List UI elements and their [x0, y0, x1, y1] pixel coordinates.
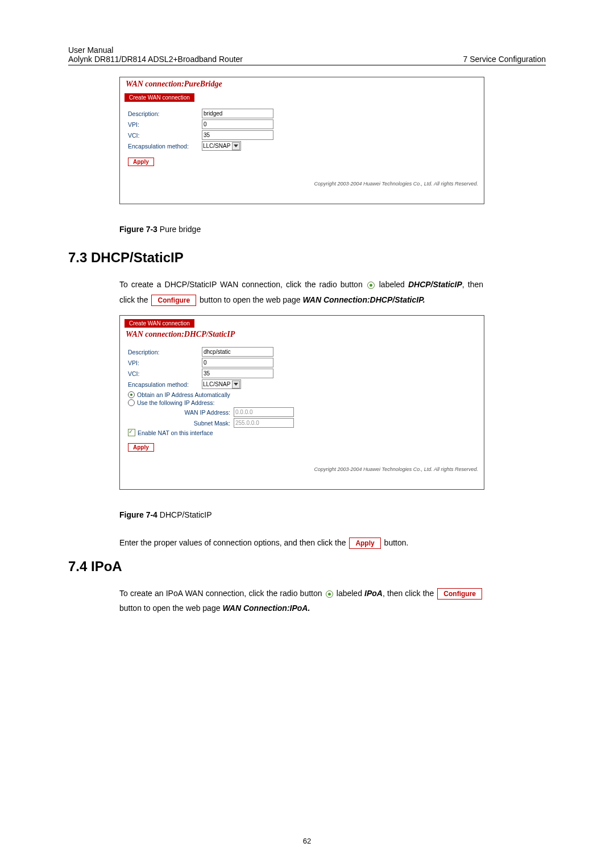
radio-icon — [326, 590, 333, 598]
para74-f: WAN Connection:IPoA. — [222, 604, 310, 613]
para73-c: DHCP/StaticIP — [408, 280, 462, 289]
fig74-description-input[interactable]: dhcp/static — [202, 347, 273, 357]
fig73-vci-label: VCI: — [128, 132, 202, 139]
caption-7-3-figure: Figure 7-3 — [119, 225, 160, 234]
fig74-title: WAN connection:DHCP/StaticIP — [120, 328, 484, 340]
fig73-encap-select[interactable]: LLC/SNAP — [202, 141, 241, 151]
para-7-3: To create a DHCP/StaticIP WAN connection… — [119, 277, 483, 307]
fig74-subnet-label: Subnet Mask: — [128, 420, 234, 427]
fig73-apply-button[interactable]: Apply — [128, 158, 154, 166]
fig73-copyright: Copyright 2003-2004 Huawei Technologies … — [120, 171, 484, 204]
para73-f: WAN Connection:DHCP/StaticIP. — [302, 295, 425, 304]
caption-7-4: Figure 7-4 DHCP/StaticIP — [119, 510, 546, 519]
fig74-usefollowing-radio[interactable] — [128, 399, 135, 406]
fig74-vci-label: VCI: — [128, 370, 202, 377]
fig74-tab[interactable]: Create WAN connection — [125, 319, 194, 328]
para73-a: To create a DHCP/StaticIP WAN connection… — [119, 280, 366, 289]
fig74-encap-value: LLC/SNAP — [203, 381, 230, 387]
header-line1: User Manual — [68, 46, 546, 55]
fig73-tab[interactable]: Create WAN connection — [125, 93, 194, 102]
fig74-enablenat-checkbox[interactable] — [128, 429, 135, 436]
fig74-vpi-label: VPI: — [128, 359, 202, 366]
fig74-vci-input[interactable]: 35 — [202, 369, 273, 378]
para-after-fig74: Enter the proper values of connection op… — [119, 535, 483, 551]
fig73-encap-label: Encapsulation method: — [128, 143, 202, 150]
para-7-4: To create an IPoA WAN connection, click … — [119, 586, 483, 616]
fig74-obtain-radio[interactable] — [128, 391, 135, 398]
caption-7-4-text: DHCP/StaticIP — [160, 510, 212, 519]
para74-b: labeled — [334, 589, 364, 598]
fig74-wanip-label: WAN IP Address: — [128, 409, 234, 416]
page-number: 62 — [0, 837, 614, 845]
para73-b: labeled — [376, 280, 408, 289]
para-after74-a: Enter the proper values of connection op… — [119, 538, 348, 547]
para74-a: To create an IPoA WAN connection, click … — [119, 589, 325, 598]
para74-e: button to open the web page — [119, 604, 222, 613]
figure-7-4-box: Create WAN connection WAN connection:DHC… — [119, 315, 484, 490]
fig73-description-label: Description: — [128, 110, 202, 117]
fig74-apply-button[interactable]: Apply — [128, 443, 154, 452]
fig73-title: WAN connection:PureBridge — [120, 77, 484, 90]
fig74-description-label: Description: — [128, 349, 202, 356]
para74-d: , then click the — [383, 589, 436, 598]
section-7-4-heading: 7.4 IPoA — [68, 559, 546, 574]
apply-button-inline[interactable]: Apply — [349, 538, 380, 549]
configure-button-inline-2[interactable]: Configure — [437, 588, 482, 600]
fig74-encap-select[interactable]: LLC/SNAP — [202, 379, 241, 389]
caption-7-3: Figure 7-3 Pure bridge — [119, 225, 546, 234]
fig74-subnet-input[interactable]: 255.0.0.0 — [234, 418, 294, 428]
caption-7-3-text: Pure bridge — [160, 225, 201, 234]
chevron-down-icon[interactable] — [232, 381, 240, 388]
fig73-description-input[interactable]: bridged — [202, 109, 273, 118]
fig74-enablenat-label: Enable NAT on this interface — [138, 429, 213, 436]
fig74-vpi-input[interactable]: 0 — [202, 358, 273, 367]
caption-7-4-figure: Figure 7-4 — [119, 510, 160, 519]
figure-7-3-box: WAN connection:PureBridge Create WAN con… — [119, 77, 484, 204]
fig74-copyright: Copyright 2003-2004 Huawei Technologies … — [120, 456, 484, 489]
header-right: 7 Service Configuration — [463, 55, 546, 64]
para73-e: button to open the web page — [197, 295, 302, 304]
para-after74-b: button. — [382, 538, 409, 547]
configure-button-inline[interactable]: Configure — [151, 295, 196, 306]
header-left: Aolynk DR811/DR814 ADSL2+Broadband Route… — [68, 55, 243, 64]
fig73-encap-value: LLC/SNAP — [203, 143, 230, 149]
para74-c: IPoA — [364, 589, 383, 598]
fig74-encap-label: Encapsulation method: — [128, 381, 202, 388]
chevron-down-icon[interactable] — [232, 142, 240, 150]
fig73-vci-input[interactable]: 35 — [202, 130, 273, 140]
fig74-wanip-input[interactable]: 0.0.0.0 — [234, 407, 294, 417]
radio-icon — [367, 282, 375, 289]
fig73-vpi-label: VPI: — [128, 121, 202, 128]
section-7-3-heading: 7.3 DHCP/StaticIP — [68, 250, 546, 266]
fig74-usefollowing-label: Use the following IP Address: — [137, 399, 214, 406]
fig73-vpi-input[interactable]: 0 — [202, 119, 273, 129]
fig74-obtain-label: Obtain an IP Address Automatically — [137, 391, 230, 398]
